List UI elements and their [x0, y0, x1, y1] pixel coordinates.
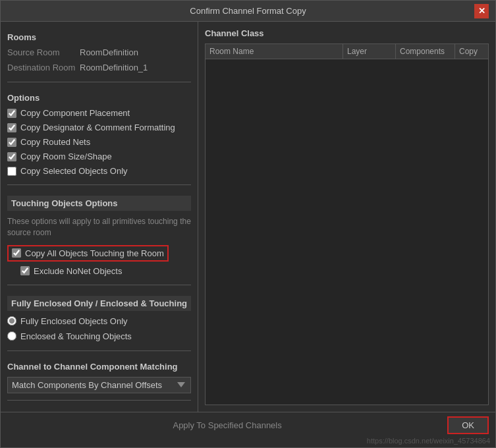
checkbox-copy-room-input[interactable] — [7, 152, 16, 161]
checkbox-copy-placement-label: Copy Component Placement — [20, 108, 130, 118]
right-panel: Channel Class Room Name Layer Components… — [198, 22, 495, 412]
rooms-section-header: Rooms — [7, 32, 191, 42]
dialog: Confirm Channel Format Copy ✕ Rooms Sour… — [0, 0, 496, 448]
radio-fully-enclosed-label: Fully Enclosed Objects Only — [20, 316, 128, 326]
checkbox-copy-room: Copy Room Size/Shape — [7, 152, 191, 161]
touching-options-desc: These options will apply to all primitiv… — [7, 216, 191, 238]
checkbox-copy-designator-label: Copy Designator & Comment Formatting — [20, 123, 175, 132]
dest-room-label: Destination Room — [7, 63, 80, 72]
col-copy: Copy — [455, 44, 488, 59]
radio-enclosed-touching: Enclosed & Touching Objects — [7, 331, 191, 341]
checkbox-copy-designator: Copy Designator & Comment Formatting — [7, 123, 191, 132]
dialog-title: Confirm Channel Format Copy — [22, 6, 474, 16]
fully-enclosed-header: Fully Enclosed Only / Enclosed & Touchin… — [7, 296, 191, 311]
radio-enclosed-touching-input[interactable] — [7, 331, 16, 341]
checkbox-copy-all-input[interactable] — [12, 248, 21, 258]
source-room-value: RoomDefinition — [80, 47, 138, 57]
radio-fully-enclosed-input[interactable] — [7, 316, 16, 325]
checkbox-copy-selected: Copy Selected Objects Only — [7, 166, 191, 176]
divider-3 — [7, 285, 191, 285]
checkbox-copy-room-label: Copy Room Size/Shape — [20, 152, 112, 161]
source-room-label: Source Room — [7, 47, 80, 57]
touching-section-header: Touching Objects Options — [7, 196, 191, 211]
checkbox-copy-placement-input[interactable] — [7, 109, 16, 118]
radio-enclosed-touching-label: Enclosed & Touching Objects — [20, 331, 132, 341]
checkbox-exclude-nonet-label: Exclude NoNet Objects — [34, 266, 122, 276]
col-layer: Layer — [343, 44, 396, 59]
checkbox-copy-nets-input[interactable] — [7, 138, 16, 147]
table-body — [205, 59, 489, 405]
channel-matching-header: Channel to Channel Component Matching — [7, 362, 191, 372]
checkbox-copy-all-touching: Copy All Objects Touching the Room — [7, 245, 191, 262]
left-panel: Rooms Source Room RoomDefinition Destina… — [1, 22, 198, 412]
channel-class-header: Channel Class — [205, 28, 489, 38]
divider-2 — [7, 184, 191, 185]
title-bar: Confirm Channel Format Copy ✕ — [1, 1, 495, 22]
checkbox-copy-placement: Copy Component Placement — [7, 108, 191, 118]
checkbox-exclude-nonet: Exclude NoNet Objects — [20, 266, 191, 276]
dest-room-value: RoomDefinition_1 — [80, 63, 148, 72]
channel-matching-dropdown[interactable]: Match Components By Channel Offsets Matc… — [7, 377, 191, 393]
source-room-row: Source Room RoomDefinition — [7, 47, 191, 57]
apply-button[interactable]: Apply To Specified Channels — [173, 420, 281, 430]
divider-1 — [7, 82, 191, 82]
divider-5 — [7, 400, 191, 401]
dest-room-row: Destination Room RoomDefinition_1 — [7, 63, 191, 72]
radio-fully-enclosed: Fully Enclosed Objects Only — [7, 316, 191, 326]
close-button[interactable]: ✕ — [474, 4, 489, 18]
checkbox-copy-nets: Copy Routed Nets — [7, 137, 191, 147]
col-components: Components — [396, 44, 455, 59]
watermark: https://blog.csdn.net/weixin_45734864 — [1, 435, 495, 447]
table-header: Room Name Layer Components Copy — [205, 43, 489, 59]
checkbox-copy-designator-input[interactable] — [7, 123, 16, 132]
dialog-footer: Apply To Specified Channels OK — [1, 412, 495, 435]
col-room-name: Room Name — [206, 44, 343, 59]
checkbox-copy-nets-label: Copy Routed Nets — [20, 137, 90, 147]
checkbox-copy-all-label: Copy All Objects Touching the Room — [25, 248, 164, 258]
checkbox-exclude-nonet-input[interactable] — [20, 266, 30, 275]
checkbox-copy-selected-label: Copy Selected Objects Only — [20, 166, 128, 176]
highlighted-copy-all-box: Copy All Objects Touching the Room — [7, 245, 169, 262]
options-section-header: Options — [7, 93, 191, 103]
dialog-body: Rooms Source Room RoomDefinition Destina… — [1, 22, 495, 412]
checkbox-copy-selected-input[interactable] — [7, 167, 16, 176]
divider-4 — [7, 350, 191, 351]
ok-button[interactable]: OK — [447, 416, 489, 434]
